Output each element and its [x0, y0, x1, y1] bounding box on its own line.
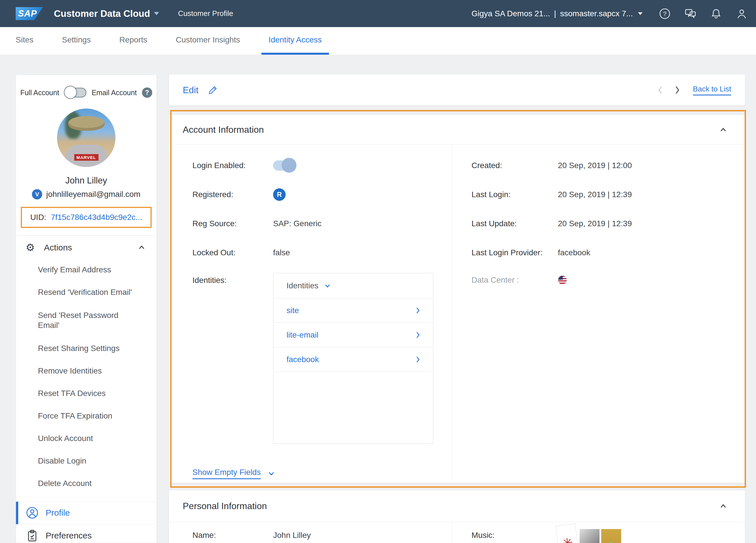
- personal-information-collapse-chevron-up-icon[interactable]: [719, 502, 728, 511]
- account-information-collapse-chevron-up-icon[interactable]: [719, 125, 728, 135]
- back-to-list-link[interactable]: Back to List: [693, 85, 731, 95]
- chevron-right-icon: [414, 355, 422, 364]
- action-reset-sharing[interactable]: Reset Sharing Settings: [38, 344, 157, 353]
- sidebar-nav: Profile Preferences: [16, 501, 157, 543]
- account-name[interactable]: Gigya SA Demos 21...: [472, 9, 550, 18]
- field-name: Name: John Lilley: [169, 522, 452, 543]
- edit-button[interactable]: Edit: [183, 85, 198, 95]
- field-identities: Identities: Identities site: [169, 267, 452, 444]
- show-empty-fields-link[interactable]: Show Empty Fields: [192, 468, 261, 479]
- action-delete-account[interactable]: Delete Account: [38, 479, 157, 488]
- action-force-tfa-expiration[interactable]: Force TFA Expiration: [38, 411, 157, 420]
- account-toggle-help-icon[interactable]: ?: [142, 88, 152, 98]
- field-last-login-provider: Last Login Provider: facebook: [452, 238, 745, 267]
- field-label: Created:: [472, 161, 558, 170]
- user-avatar-icon[interactable]: [735, 7, 748, 20]
- uid-value-link[interactable]: 7f15c786c43d4b9c9e2c...: [51, 213, 142, 222]
- email-verified-badge: V: [32, 189, 42, 200]
- action-remove-identities[interactable]: Remove Identities: [38, 366, 157, 375]
- top-tab-bar: Sites Settings Reports Customer Insights…: [0, 27, 756, 55]
- main-content: Edit Back to List Account Information: [169, 75, 745, 543]
- edit-pencil-icon[interactable]: [208, 85, 218, 95]
- svg-text:?: ?: [663, 10, 666, 17]
- tab-reports[interactable]: Reports: [112, 27, 154, 55]
- avatar-shirt-text: MARVEL: [74, 154, 98, 161]
- field-reg-source: Reg Source: SAP: Generic: [169, 209, 452, 238]
- tab-sites[interactable]: Sites: [9, 27, 40, 55]
- action-unlock-account[interactable]: Unlock Account: [38, 434, 157, 443]
- personal-information-title: Personal Information: [183, 501, 267, 511]
- action-send-reset-password[interactable]: Send 'Reset Password Email': [38, 310, 121, 330]
- identity-row-lite-email[interactable]: lite-email: [273, 323, 433, 347]
- avatar-hat-decoration: [68, 116, 105, 131]
- album-cover-rhcp: ✳: [555, 523, 580, 543]
- notifications-bell-icon[interactable]: [710, 7, 722, 20]
- uid-annotation-box: UID: 7f15c786c43d4b9c9e2c...: [21, 207, 152, 228]
- sap-logo: SAP: [16, 7, 43, 20]
- field-label: Music:: [472, 531, 558, 540]
- action-verify-email[interactable]: Verify Email Address: [38, 265, 157, 274]
- actions-list: Verify Email Address Resend 'Verificatio…: [38, 265, 157, 488]
- action-reset-tfa-devices[interactable]: Reset TFA Devices: [38, 389, 157, 398]
- album-cover-bw-photo: [580, 529, 599, 543]
- next-record-chevron-right-icon[interactable]: [673, 85, 682, 95]
- identity-row-site[interactable]: site: [273, 298, 433, 323]
- profile-sidebar: Full Account Email Account ? MARVEL John…: [16, 75, 157, 543]
- previous-record-chevron-left-icon[interactable]: [656, 85, 664, 95]
- actions-collapse-chevron-up-icon[interactable]: [137, 243, 146, 252]
- chevron-down-icon: [324, 282, 332, 290]
- account-type-toggle[interactable]: [64, 88, 86, 97]
- field-label: Last Login:: [472, 190, 558, 199]
- field-label: Identities:: [192, 276, 273, 285]
- us-flag-icon: [558, 275, 567, 284]
- login-enabled-toggle[interactable]: [273, 160, 296, 171]
- field-value: 20 Sep, 2019 | 12:39: [558, 190, 632, 199]
- tab-settings[interactable]: Settings: [55, 27, 98, 55]
- tab-identity-access[interactable]: Identity Access: [261, 27, 329, 55]
- site-name[interactable]: ssomaster.sapcx 7...: [560, 9, 633, 18]
- user-email: johnlilleyemail@gmail.com: [46, 190, 140, 199]
- identity-link[interactable]: facebook: [286, 355, 319, 364]
- action-disable-login[interactable]: Disable Login: [38, 456, 157, 465]
- identity-link[interactable]: site: [286, 306, 299, 315]
- tab-customer-insights[interactable]: Customer Insights: [168, 27, 247, 55]
- toolbar-card: Edit Back to List: [169, 75, 745, 105]
- show-empty-fields[interactable]: Show Empty Fields: [192, 468, 452, 479]
- album-cover-gold: [601, 529, 621, 543]
- sidebar-item-label: Preferences: [46, 531, 92, 540]
- help-icon[interactable]: ?: [659, 7, 671, 20]
- field-login-enabled: Login Enabled:: [169, 151, 452, 180]
- music-covers: ✳: [558, 527, 621, 543]
- field-music: Music: ✳: [452, 522, 745, 543]
- chevron-right-icon: [414, 331, 422, 339]
- shell-bar: SAP Customer Data Cloud Customer Profile…: [0, 0, 756, 27]
- full-account-label: Full Account: [20, 89, 59, 97]
- sidebar-item-preferences[interactable]: Preferences: [16, 524, 157, 543]
- account-information-section: Account Information Login Enabled: Regis…: [169, 115, 745, 483]
- identity-row-facebook[interactable]: facebook: [273, 347, 433, 372]
- field-value: 20 Sep, 2019 | 12:00: [558, 161, 632, 170]
- toggle-knob[interactable]: [64, 86, 77, 99]
- product-menu-caret-icon[interactable]: [154, 12, 159, 15]
- identities-dropdown[interactable]: Identities: [273, 273, 433, 298]
- product-title[interactable]: Customer Data Cloud: [54, 8, 150, 19]
- field-last-update: Last Update: 20 Sep, 2019 | 12:39: [452, 209, 745, 238]
- account-information-title: Account Information: [183, 125, 264, 135]
- feedback-chat-icon[interactable]: [684, 7, 697, 20]
- account-menu-caret-icon[interactable]: [638, 12, 643, 15]
- field-last-login: Last Login: 20 Sep, 2019 | 12:39: [452, 180, 745, 209]
- actions-title: Actions: [44, 243, 72, 253]
- identities-dropdown-label: Identities: [286, 281, 318, 290]
- account-separator: |: [554, 9, 556, 18]
- field-label: Name:: [192, 531, 273, 540]
- preferences-clipboard-icon: [26, 529, 39, 542]
- sidebar-item-profile[interactable]: Profile: [16, 502, 157, 524]
- identity-link[interactable]: lite-email: [286, 330, 318, 339]
- actions-section-header[interactable]: ⚙ Actions: [16, 236, 157, 253]
- field-locked-out: Locked Out: false: [169, 238, 452, 267]
- toggle-knob[interactable]: [282, 158, 296, 173]
- field-label: Registered:: [192, 190, 273, 199]
- email-account-label: Email Account: [92, 89, 137, 97]
- gear-icon: ⚙: [26, 243, 35, 253]
- action-resend-verification[interactable]: Resend 'Verification Email': [38, 288, 157, 297]
